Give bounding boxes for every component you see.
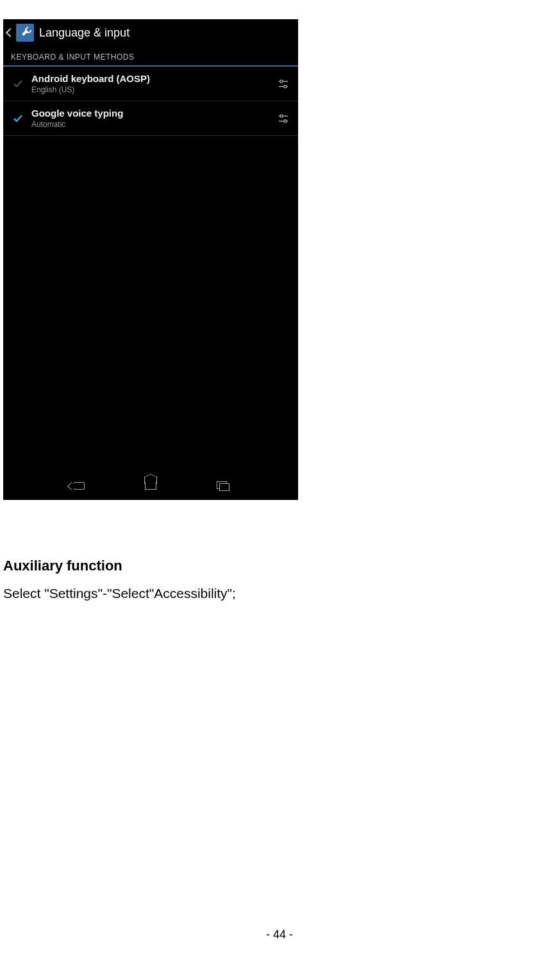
item-title: Android keyboard (AOSP) bbox=[31, 73, 276, 84]
wrench-icon bbox=[20, 28, 30, 38]
settings-icon bbox=[16, 24, 34, 42]
checkbox-unchecked[interactable] bbox=[11, 79, 25, 89]
back-icon bbox=[72, 482, 85, 490]
page-number: - 44 - bbox=[0, 928, 559, 942]
item-text: Android keyboard (AOSP) English (US) bbox=[25, 73, 276, 94]
checkbox-checked[interactable] bbox=[11, 113, 25, 124]
svg-point-7 bbox=[284, 120, 287, 122]
svg-point-5 bbox=[280, 115, 283, 117]
nav-home-button[interactable] bbox=[142, 479, 160, 492]
body-text: Select "Settings"-"Select"Accessibility"… bbox=[3, 586, 529, 601]
item-subtitle: Automatic bbox=[31, 120, 276, 129]
sliders-icon[interactable] bbox=[276, 112, 290, 126]
document-text: Auxiliary function Select "Settings"-"Se… bbox=[3, 558, 529, 601]
back-button[interactable] bbox=[7, 24, 34, 42]
screen-title: Language & input bbox=[39, 26, 129, 40]
recent-icon bbox=[217, 481, 229, 490]
android-screenshot: Language & input KEYBOARD & INPUT METHOD… bbox=[3, 19, 298, 500]
section-header: KEYBOARD & INPUT METHODS bbox=[3, 46, 298, 67]
item-title: Google voice typing bbox=[31, 108, 276, 119]
nav-recent-button[interactable] bbox=[214, 479, 232, 492]
item-text: Google voice typing Automatic bbox=[25, 108, 276, 129]
keyboard-item-aosp[interactable]: Android keyboard (AOSP) English (US) bbox=[3, 67, 298, 101]
home-icon bbox=[145, 482, 156, 490]
svg-point-3 bbox=[284, 85, 287, 88]
keyboard-item-google-voice[interactable]: Google voice typing Automatic bbox=[3, 101, 298, 136]
android-navbar bbox=[3, 472, 298, 500]
svg-point-1 bbox=[280, 80, 283, 83]
titlebar: Language & input bbox=[3, 19, 298, 46]
nav-back-button[interactable] bbox=[69, 479, 87, 492]
sliders-icon[interactable] bbox=[276, 77, 290, 91]
chevron-left-icon bbox=[6, 28, 15, 37]
section-heading: Auxiliary function bbox=[3, 558, 529, 574]
item-subtitle: English (US) bbox=[31, 85, 276, 94]
